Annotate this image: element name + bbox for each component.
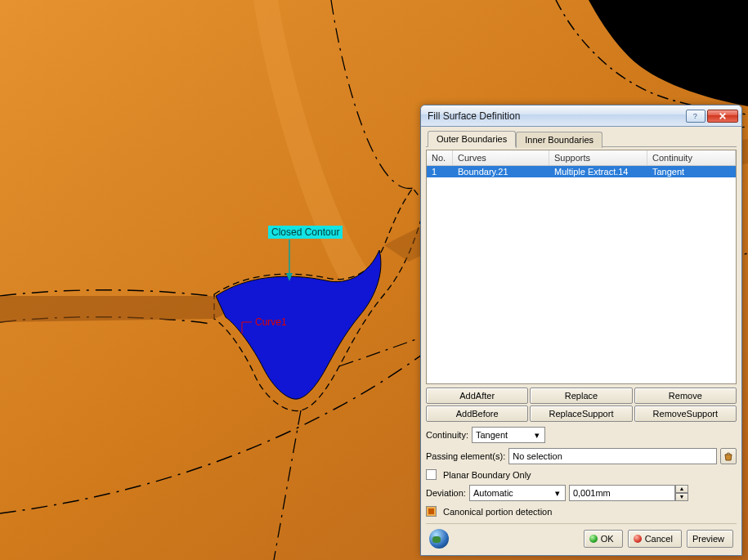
help-button[interactable]: ? xyxy=(686,110,705,123)
replace-button[interactable]: Replace xyxy=(530,388,632,404)
cancel-button[interactable]: Cancel xyxy=(628,530,682,548)
dialog-title: Fill Surface Definition xyxy=(428,110,686,122)
col-header-continuity[interactable]: Continuity xyxy=(647,150,736,165)
canonical-detection-label: Canonical portion detection xyxy=(443,507,552,517)
ok-dot-icon xyxy=(589,535,598,543)
table-row[interactable]: 1 Boundary.21 Multiple Extract.14 Tangen… xyxy=(427,166,736,177)
spin-down-icon[interactable]: ▼ xyxy=(675,493,688,501)
boundaries-list[interactable]: No. Curves Supports Continuity 1 Boundar… xyxy=(426,150,737,384)
cancel-dot-icon xyxy=(634,535,642,543)
replace-support-button[interactable]: ReplaceSupport xyxy=(530,405,632,422)
tab-strip: Outer Boundaries Inner Boundaries xyxy=(426,130,737,147)
svg-text:?: ? xyxy=(693,112,697,120)
deviation-mode-combo[interactable]: Automatic ▾ xyxy=(469,485,566,501)
spin-up-icon[interactable]: ▲ xyxy=(675,485,688,493)
remove-support-button[interactable]: RemoveSupport xyxy=(634,405,737,422)
tab-outer-boundaries[interactable]: Outer Boundaries xyxy=(428,131,516,147)
closed-contour-label: Closed Contour xyxy=(268,226,343,239)
planar-boundary-label: Planar Boundary Only xyxy=(443,470,531,480)
passing-elements-bag-button[interactable] xyxy=(720,448,737,464)
deviation-label: Deviation: xyxy=(426,488,466,498)
col-header-no[interactable]: No. xyxy=(427,150,453,165)
table-header: No. Curves Supports Continuity xyxy=(427,150,736,166)
col-header-curves[interactable]: Curves xyxy=(453,150,549,165)
deviation-value-spinner[interactable]: 0,001mm ▲ ▼ xyxy=(569,485,688,501)
remove-button[interactable]: Remove xyxy=(634,388,737,404)
chevron-down-icon: ▾ xyxy=(531,430,543,441)
tab-inner-boundaries[interactable]: Inner Boundaries xyxy=(516,132,602,148)
continuity-combo[interactable]: Tangent ▾ xyxy=(472,427,545,443)
col-header-supports[interactable]: Supports xyxy=(549,150,647,165)
passing-elements-field[interactable]: No selection xyxy=(508,448,717,464)
globe-icon xyxy=(429,529,449,549)
continuity-label: Continuity: xyxy=(426,430,468,440)
curve1-label: Curve1 xyxy=(252,316,290,329)
passing-elements-label: Passing element(s): xyxy=(426,451,505,461)
canonical-detection-checkbox[interactable] xyxy=(426,506,437,517)
close-button[interactable] xyxy=(707,110,738,123)
add-after-button[interactable]: AddAfter xyxy=(426,388,528,404)
chevron-down-icon: ▾ xyxy=(552,488,563,499)
dialog-titlebar[interactable]: Fill Surface Definition ? xyxy=(421,105,741,127)
add-before-button[interactable]: AddBefore xyxy=(426,405,528,422)
planar-boundary-checkbox[interactable] xyxy=(426,469,437,480)
ok-button[interactable]: OK xyxy=(584,530,623,548)
preview-button[interactable]: Preview xyxy=(687,530,733,548)
fill-surface-definition-dialog: Fill Surface Definition ? Outer Boundari… xyxy=(420,105,742,556)
